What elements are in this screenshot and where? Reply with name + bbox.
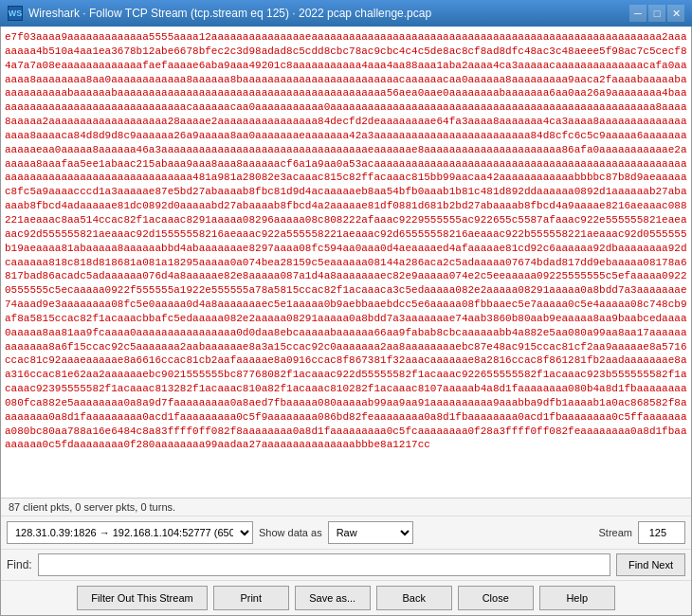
minimize-button[interactable]: ─: [629, 5, 646, 22]
app-icon: WS: [8, 6, 23, 21]
back-button[interactable]: Back: [376, 586, 452, 610]
data-format-select[interactable]: Raw ASCII EBCDIC Hex Dump C Arrays: [328, 521, 413, 544]
help-button[interactable]: Help: [539, 586, 615, 610]
save-as-button[interactable]: Save as...: [295, 586, 371, 610]
find-input[interactable]: [38, 553, 610, 576]
close-button[interactable]: ✕: [667, 5, 684, 22]
status-bar: 87 client pkts, 0 server pkts, 0 turns.: [1, 498, 691, 516]
show-data-label: Show data as: [259, 527, 322, 538]
controls-row: 128.31.0.39:1826 → 192.168.1.104:52777 (…: [1, 516, 691, 550]
window-title: Wireshark · Follow TCP Stream (tcp.strea…: [28, 7, 431, 20]
stream-number-input[interactable]: [638, 521, 685, 544]
bottom-buttons: Filter Out This Stream Print Save as... …: [1, 581, 691, 615]
stream-select[interactable]: 128.31.0.39:1826 → 192.168.1.104:52777 (…: [7, 521, 253, 544]
main-content: e7f03aaaa9aaaaaaaaaaaaa5555aaaa12aaaaaaa…: [0, 27, 692, 616]
stream-text: e7f03aaaa9aaaaaaaaaaaaa5555aaaa12aaaaaaa…: [5, 30, 687, 452]
stream-label: Stream: [599, 527, 632, 538]
close-button[interactable]: Close: [458, 586, 534, 610]
title-bar: WS Wireshark · Follow TCP Stream (tcp.st…: [0, 0, 692, 27]
maximize-button[interactable]: □: [648, 5, 665, 22]
status-text: 87 client pkts, 0 server pkts, 0 turns.: [9, 501, 175, 513]
window: WS Wireshark · Follow TCP Stream (tcp.st…: [0, 0, 692, 616]
window-controls: ─ □ ✕: [629, 5, 684, 22]
stream-display[interactable]: e7f03aaaa9aaaaaaaaaaaaa5555aaaa12aaaaaaa…: [1, 27, 691, 498]
find-next-button[interactable]: Find Next: [616, 553, 685, 576]
find-row: Find: Find Next: [1, 550, 691, 581]
find-label: Find:: [7, 558, 32, 571]
print-button[interactable]: Print: [213, 586, 289, 610]
filter-out-button[interactable]: Filter Out This Stream: [77, 586, 207, 610]
